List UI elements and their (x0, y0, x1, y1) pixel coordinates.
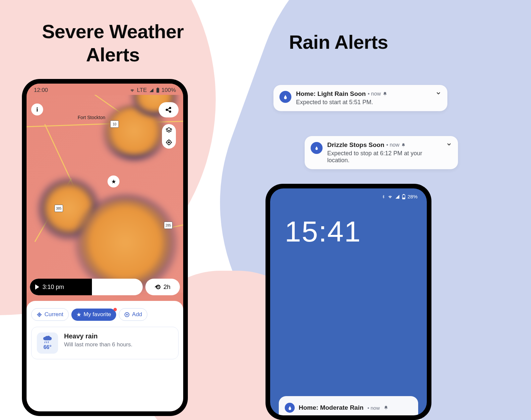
layers-icon (165, 127, 173, 134)
notification-title: Drizzle Stops Soon (327, 141, 384, 149)
bell-icon (401, 143, 406, 147)
weather-temp: 66° (43, 344, 51, 350)
svg-line-25 (48, 341, 49, 343)
expand-button[interactable] (435, 90, 441, 96)
battery-icon (156, 88, 160, 93)
svg-point-8 (168, 142, 170, 143)
chip-current-label: Current (44, 311, 63, 318)
weather-radar-map[interactable]: Fort Stockton 10 385 285 (27, 84, 183, 293)
svg-line-23 (45, 341, 45, 343)
battery-icon (402, 194, 406, 199)
locate-icon (165, 139, 173, 146)
share-icon (165, 106, 172, 113)
timeline-range-label: 2h (163, 283, 170, 291)
notification-meta: • now (368, 91, 381, 97)
map-tools (162, 124, 176, 149)
timeline-range-button[interactable]: 2h (145, 279, 180, 295)
weather-icon-tile: 66° (37, 332, 58, 354)
notification-title: Home: Light Rain Soon (296, 90, 366, 98)
svg-line-5 (167, 108, 169, 109)
notification-card[interactable]: Drizzle Stops Soon • now Expected to sto… (305, 136, 458, 169)
chip-current[interactable]: Current (31, 308, 69, 321)
svg-line-6 (167, 110, 169, 111)
svg-rect-1 (157, 88, 158, 88)
play-icon (35, 284, 39, 290)
svg-rect-0 (156, 88, 159, 93)
route-shield: 10 (110, 120, 119, 128)
chip-add[interactable]: Add (119, 308, 147, 321)
status-bar: 12:00 LTE 100% (27, 84, 183, 95)
notification-body: Expected to stop at 6:12 PM at your loca… (327, 150, 440, 164)
app-badge-icon (311, 142, 323, 154)
notification-meta: • now (386, 142, 399, 148)
timeline-scrubber[interactable]: 3:10 pm (30, 279, 143, 295)
plus-circle-icon (124, 312, 130, 317)
heading-severe-weather: Severe Weather Alerts (27, 20, 199, 66)
history-icon (155, 284, 161, 290)
svg-rect-27 (403, 194, 404, 195)
layers-button[interactable] (165, 127, 173, 134)
favorite-location-pin[interactable]: ★ (108, 175, 119, 187)
bluetooth-icon (382, 194, 385, 199)
chip-favorite-label: My favorite (84, 311, 111, 318)
droplet-icon (288, 405, 292, 410)
map-city-label: Fort Stockton (78, 115, 105, 120)
notification-body: Expected to start at 5:51 PM. (296, 99, 429, 106)
timeline-time: 3:10 pm (42, 284, 64, 291)
phone-mockup-left: 12:00 LTE 100% Fort Stockton (22, 79, 188, 416)
droplet-icon (283, 94, 288, 100)
chip-add-label: Add (132, 311, 142, 318)
expand-button[interactable] (446, 141, 452, 147)
bottom-sheet: Current ★ My favorite Add 66° Heavy rain (27, 301, 183, 411)
chip-my-favorite[interactable]: ★ My favorite (71, 309, 116, 321)
route-shield: 285 (164, 222, 173, 229)
bell-icon (383, 92, 387, 96)
status-time: 12:00 (34, 87, 48, 94)
info-icon: i (36, 106, 38, 113)
info-button[interactable]: i (31, 104, 43, 115)
app-badge-icon (285, 403, 295, 413)
phone-mockup-right: 28% 15:41 Home: Moderate Rain • now (266, 184, 431, 420)
star-icon: ★ (76, 311, 81, 318)
wifi-icon (387, 194, 393, 199)
status-battery: 28% (408, 194, 417, 199)
notification-card[interactable]: Home: Light Rain Soon • now Expected to … (273, 85, 447, 111)
status-network: LTE (137, 87, 147, 94)
target-icon (37, 312, 42, 317)
notification-title: Home: Moderate Rain (299, 404, 363, 411)
notification-meta: • now (367, 405, 380, 411)
wifi-icon (129, 88, 135, 93)
rain-cloud-icon (42, 336, 53, 344)
signal-icon (395, 194, 400, 199)
weather-card-subtitle: Will last more than 6 hours. (64, 341, 132, 348)
svg-line-24 (46, 341, 47, 343)
bell-icon (384, 405, 388, 410)
star-icon: ★ (111, 178, 116, 185)
status-battery: 100% (162, 87, 176, 94)
droplet-icon (315, 146, 319, 150)
heading-rain-alerts: Rain Alerts (242, 31, 435, 54)
app-badge-icon (279, 91, 291, 103)
weather-card-title: Heavy rain (64, 332, 132, 340)
locate-button[interactable] (165, 139, 173, 146)
share-button[interactable] (159, 102, 179, 117)
svg-point-15 (39, 314, 40, 315)
status-bar: 28% (270, 188, 427, 201)
lockscreen-notification[interactable]: Home: Moderate Rain • now (279, 396, 418, 415)
route-shield: 385 (54, 205, 63, 212)
weather-alert-card[interactable]: 66° Heavy rain Will last more than 6 hou… (31, 327, 179, 359)
svg-rect-28 (403, 198, 405, 199)
signal-icon (149, 88, 154, 93)
chevron-down-icon (446, 141, 452, 147)
chevron-down-icon (435, 90, 441, 96)
lockscreen-clock: 15:41 (270, 201, 427, 248)
